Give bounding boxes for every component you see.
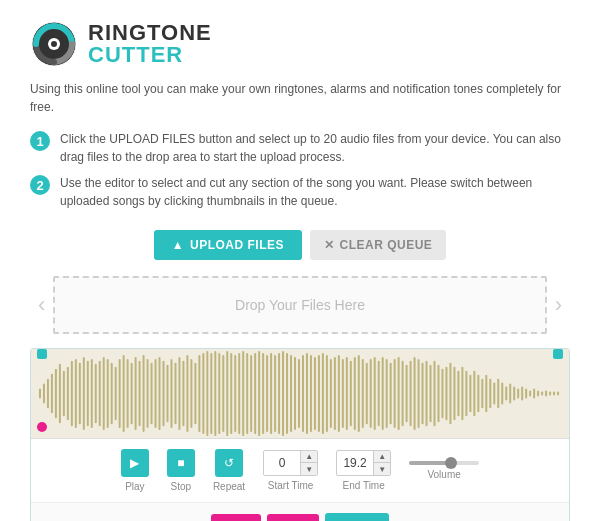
drop-zone-wrapper: ‹ Drop Your Files Here › — [30, 276, 570, 334]
svg-rect-42 — [190, 359, 192, 428]
svg-rect-45 — [202, 353, 204, 434]
waveform-handle-right[interactable] — [553, 349, 563, 359]
svg-rect-60 — [262, 353, 264, 434]
step-1-number: 1 — [30, 131, 50, 151]
svg-rect-67 — [290, 355, 292, 432]
svg-rect-114 — [477, 375, 479, 413]
cut-button[interactable]: ✕ CUT — [325, 513, 390, 521]
svg-rect-126 — [525, 389, 527, 399]
drop-zone[interactable]: Drop Your Files Here — [53, 276, 546, 334]
svg-rect-106 — [445, 367, 447, 420]
svg-rect-116 — [485, 375, 487, 413]
end-time-control: ▲ ▼ End Time — [336, 450, 391, 491]
logo-ringtone: RINGTONE — [88, 22, 212, 44]
stop-control: ■ Stop — [167, 449, 195, 492]
svg-rect-132 — [549, 392, 551, 396]
svg-rect-72 — [310, 355, 312, 432]
repeat-button[interactable]: ↺ — [215, 449, 243, 477]
svg-rect-62 — [270, 353, 272, 434]
mp3-format-button[interactable]: MP3 — [211, 514, 262, 522]
page-wrapper: RINGTONE CUTTER Using this online tool y… — [0, 0, 600, 521]
stop-button[interactable]: ■ — [167, 449, 195, 477]
next-nav-button[interactable]: › — [547, 292, 570, 318]
volume-slider-thumb[interactable] — [445, 457, 457, 469]
play-button[interactable]: ▶ — [121, 449, 149, 477]
svg-rect-12 — [71, 361, 73, 426]
svg-rect-51 — [226, 351, 228, 436]
start-time-up-button[interactable]: ▲ — [301, 450, 317, 463]
svg-rect-103 — [434, 361, 436, 426]
play-control: ▶ Play — [121, 449, 149, 492]
svg-rect-76 — [326, 355, 328, 432]
end-time-input[interactable] — [337, 456, 373, 470]
svg-rect-19 — [99, 361, 101, 426]
svg-rect-99 — [418, 359, 420, 428]
svg-rect-105 — [441, 369, 443, 418]
start-time-control: ▲ ▼ Start Time — [263, 450, 318, 491]
svg-rect-31 — [147, 359, 149, 428]
svg-rect-86 — [366, 363, 368, 424]
svg-rect-131 — [545, 391, 547, 397]
volume-label: Volume — [427, 469, 460, 480]
svg-rect-123 — [513, 387, 515, 401]
svg-rect-16 — [87, 361, 89, 426]
svg-rect-96 — [406, 365, 408, 422]
start-time-label: Start Time — [268, 480, 314, 491]
svg-rect-109 — [457, 371, 459, 416]
step-2: 2 Use the editor to select and cut any s… — [30, 174, 570, 210]
svg-rect-4 — [39, 389, 41, 399]
svg-rect-93 — [394, 359, 396, 428]
svg-rect-57 — [250, 355, 252, 432]
svg-rect-133 — [553, 392, 555, 396]
svg-rect-101 — [426, 361, 428, 426]
svg-rect-97 — [410, 361, 412, 426]
svg-rect-108 — [453, 367, 455, 420]
svg-rect-17 — [91, 359, 93, 428]
svg-rect-78 — [334, 357, 336, 430]
upload-button[interactable]: ▲ UPLOAD FILES — [154, 230, 302, 260]
svg-rect-28 — [135, 357, 137, 430]
svg-rect-95 — [402, 361, 404, 426]
svg-rect-71 — [306, 353, 308, 434]
waveform-playhead-marker[interactable] — [37, 422, 47, 432]
logo-text: RINGTONE CUTTER — [88, 22, 212, 66]
svg-rect-85 — [362, 359, 364, 428]
svg-rect-8 — [55, 369, 57, 418]
prev-nav-button[interactable]: ‹ — [30, 292, 53, 318]
start-time-input-box[interactable]: ▲ ▼ — [263, 450, 318, 476]
svg-rect-47 — [210, 353, 212, 434]
waveform-handle-left[interactable] — [37, 349, 47, 359]
end-time-input-box[interactable]: ▲ ▼ — [336, 450, 391, 476]
svg-rect-29 — [139, 361, 141, 426]
svg-rect-130 — [541, 392, 543, 396]
volume-slider-track[interactable] — [409, 461, 479, 465]
m4r-format-button[interactable]: M4R — [267, 514, 318, 522]
clear-button[interactable]: ✕ CLEAR QUEUE — [310, 230, 446, 260]
start-time-input[interactable] — [264, 456, 300, 470]
svg-rect-27 — [131, 363, 133, 424]
svg-rect-80 — [342, 359, 344, 428]
steps-container: 1 Click the UPLOAD FILES button and sele… — [30, 130, 570, 210]
svg-rect-40 — [182, 361, 184, 426]
svg-rect-63 — [274, 355, 276, 432]
svg-rect-53 — [234, 355, 236, 432]
start-time-down-button[interactable]: ▼ — [301, 463, 317, 476]
svg-rect-25 — [123, 355, 125, 432]
editor-panel: ▶ Play ■ Stop ↺ Repeat ▲ ▼ — [30, 348, 570, 521]
svg-rect-115 — [481, 379, 483, 409]
svg-rect-33 — [155, 359, 157, 428]
svg-rect-129 — [537, 391, 539, 397]
waveform-container[interactable] — [31, 349, 569, 439]
svg-rect-125 — [521, 387, 523, 401]
end-time-down-button[interactable]: ▼ — [374, 463, 390, 476]
svg-rect-128 — [533, 389, 535, 399]
end-time-up-button[interactable]: ▲ — [374, 450, 390, 463]
svg-rect-81 — [346, 357, 348, 430]
svg-rect-66 — [286, 353, 288, 434]
step-2-text: Use the editor to select and cut any sec… — [60, 174, 570, 210]
svg-rect-74 — [318, 355, 320, 432]
svg-rect-5 — [43, 384, 45, 404]
controls-row: ▶ Play ■ Stop ↺ Repeat ▲ ▼ — [31, 439, 569, 503]
svg-rect-84 — [358, 355, 360, 432]
svg-rect-18 — [95, 364, 97, 423]
